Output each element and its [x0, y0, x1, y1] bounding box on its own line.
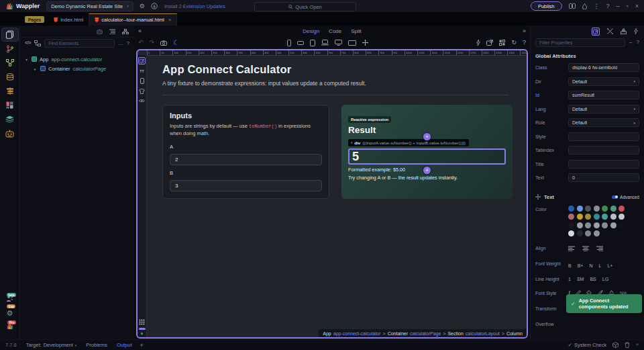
tree-collapse-icon[interactable]: ▾ [24, 57, 29, 62]
breadcrumb-type[interactable]: Section [447, 331, 463, 336]
sidebar-item-database[interactable] [2, 70, 18, 84]
toast-notification[interactable]: ✓ App Connect components updated [566, 294, 642, 313]
result-card[interactable]: Reactive expression Result ‹ div {{(inpu… [341, 105, 513, 199]
color-swatch[interactable] [610, 222, 616, 228]
option-l[interactable]: L [599, 263, 602, 268]
collapse-sections-icon[interactable]: – [629, 40, 632, 45]
tree-node-container[interactable]: ▸ Container calculatorPage [24, 64, 134, 73]
extensions-update-icon[interactable] [151, 3, 158, 9]
input-a-field[interactable] [170, 154, 322, 165]
panels-layout-icon[interactable] [569, 3, 576, 9]
code-view-icon[interactable]: </> [25, 41, 31, 46]
color-swatch[interactable] [568, 230, 574, 236]
global-attributes-header[interactable]: Global Attributes [531, 48, 644, 63]
add-element-button[interactable]: + [423, 167, 431, 174]
pages-badge[interactable]: Pages [25, 16, 44, 23]
tab-code[interactable]: Code [329, 28, 341, 34]
color-swatch[interactable] [585, 222, 591, 228]
help-icon[interactable]: ? [637, 40, 639, 45]
publish-button[interactable]: Publish [531, 1, 562, 11]
output-button[interactable]: Output [117, 342, 132, 348]
collapse-statusbar-icon[interactable]: ^ [636, 342, 639, 348]
close-icon[interactable]: × [635, 3, 639, 9]
color-swatch[interactable] [585, 214, 591, 220]
color-swatch[interactable] [585, 230, 591, 236]
help-icon[interactable]: ? [523, 40, 526, 46]
color-swatch[interactable] [619, 222, 625, 228]
device-widescreen-icon[interactable] [348, 40, 356, 46]
color-swatch[interactable] [585, 206, 591, 212]
property-id-input[interactable]: sumResult [568, 91, 639, 99]
install-updates-link[interactable]: Install 2 Extension Updates [164, 3, 225, 9]
color-swatch[interactable] [602, 214, 608, 220]
sidebar-item-pages[interactable] [1, 28, 19, 42]
events-lightning-icon[interactable] [476, 40, 480, 46]
more-options-icon[interactable]: … [118, 41, 123, 46]
refresh-icon[interactable]: ↻ [511, 40, 517, 46]
edit-element-tool[interactable] [138, 57, 146, 64]
color-swatch[interactable] [577, 214, 583, 220]
tree-node-app[interactable]: ▾ App app-connect-calculator [24, 54, 134, 64]
page-subtitle[interactable]: A tiny fixture to demonstrate expression… [162, 80, 527, 87]
theme-droplet-icon[interactable] [582, 3, 587, 9]
property-lang-select[interactable]: Default▾ [568, 105, 639, 114]
option-n[interactable]: N [589, 263, 592, 268]
problems-button[interactable]: Problems [86, 342, 107, 348]
property-tabindex-input[interactable] [568, 146, 639, 155]
color-swatch[interactable] [577, 206, 583, 212]
align-left-icon[interactable] [568, 246, 575, 251]
color-swatch[interactable] [610, 206, 616, 212]
screenshot-camera-icon[interactable] [160, 40, 167, 46]
align-right-icon[interactable] [596, 246, 603, 251]
text-tool-icon[interactable]: TT [140, 69, 144, 73]
property-text-input[interactable]: 0 [568, 173, 639, 182]
advanced-toggle[interactable]: Advanced [612, 195, 639, 200]
breadcrumb-name[interactable]: calculatorPage [410, 331, 441, 336]
help-icon[interactable]: ? [127, 41, 129, 46]
quick-open-search[interactable]: Quick Open [254, 2, 356, 11]
option-lg[interactable]: LG [602, 277, 608, 281]
expression-tooltip[interactable]: ‹ div {{(inputA.value.toNumber() + input… [348, 139, 469, 146]
breadcrumb-type[interactable]: Container [388, 331, 408, 336]
input-b-field[interactable] [170, 180, 322, 191]
option-bs[interactable]: BS [590, 277, 596, 281]
property-style-input[interactable] [568, 132, 639, 141]
option-b[interactable]: B [568, 263, 572, 268]
find-elements-input[interactable] [44, 39, 114, 48]
mobile-preview-icon[interactable] [140, 78, 144, 84]
color-swatch[interactable] [619, 206, 625, 212]
maximize-icon[interactable]: ▫ [627, 3, 629, 9]
chevron-left-icon[interactable]: ‹ [351, 140, 352, 145]
color-swatch[interactable] [619, 214, 625, 220]
fit-move-icon[interactable] [362, 40, 368, 46]
property-title-input[interactable] [568, 160, 639, 169]
color-swatch[interactable] [594, 206, 600, 212]
text-section-header[interactable]: Text Advanced [531, 187, 644, 206]
design-canvas[interactable]: 0501001502002503003504004505005506006507… [136, 49, 528, 339]
inputs-card[interactable]: Inputs Inputs are strings by default — u… [162, 105, 329, 199]
filter-properties-input[interactable] [535, 38, 625, 47]
package-icon[interactable] [612, 342, 619, 348]
property-dir-select[interactable]: Default▾ [568, 77, 639, 86]
blocks-tab-icon[interactable] [621, 28, 627, 34]
color-swatch[interactable] [602, 206, 608, 212]
option-l+[interactable]: L+ [607, 263, 612, 268]
grid-toggle-icon[interactable] [139, 319, 145, 325]
transforms-tab-icon[interactable] [607, 28, 613, 34]
tab-design[interactable]: Design [303, 28, 319, 34]
redo-icon[interactable]: ↷ [150, 40, 155, 46]
tab-close-icon[interactable]: × [168, 17, 172, 23]
breadcrumb-type[interactable]: App [323, 331, 331, 336]
components-grid-icon[interactable] [499, 40, 505, 46]
color-swatch[interactable] [602, 222, 608, 228]
tab-calculator-html[interactable]: calculator--tour-manual.html × [89, 13, 177, 26]
color-swatch[interactable] [594, 214, 600, 220]
color-swatch[interactable] [568, 206, 574, 212]
properties-tab[interactable] [592, 28, 600, 36]
device-phone-icon[interactable] [287, 40, 291, 46]
breadcrumb-name[interactable]: calculatorLayout [466, 331, 500, 336]
minimize-icon[interactable]: – [616, 3, 620, 9]
device-desktop-icon[interactable] [335, 40, 342, 46]
tree-view-icon[interactable] [34, 40, 41, 46]
sidebar-item-git[interactable] [2, 42, 18, 56]
